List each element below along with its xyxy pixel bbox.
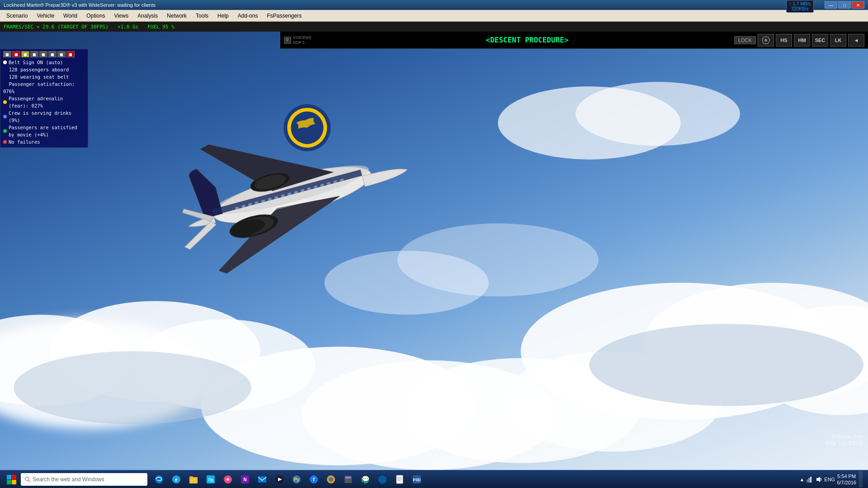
satisfaction-text: Passenger satisfaction: 076% — [3, 80, 85, 95]
info-icon-7[interactable]: ■ — [57, 51, 66, 57]
info-line-passengers: 128 passengers aboard — [3, 66, 85, 73]
fuel-display: FUEL 95 % — [147, 24, 175, 30]
info-icon-1[interactable]: ■ — [3, 51, 11, 57]
atc-sec-button[interactable]: SEC — [812, 34, 828, 47]
info-icon-3[interactable]: ■ — [21, 51, 29, 57]
dot-adrenalin — [3, 100, 7, 104]
voice-indicator: 🎙 — [284, 37, 291, 44]
titlebar-controls: — □ ✕ — [825, 1, 864, 9]
info-line-failures: No failures — [3, 138, 85, 145]
info-line-seatbelt: 128 wearing seat belt — [3, 73, 85, 80]
taskbar-calc-icon[interactable] — [340, 471, 356, 488]
menu-tools[interactable]: Tools — [191, 12, 213, 20]
taskbar-edge-icon[interactable] — [151, 471, 167, 488]
menu-analysis[interactable]: Analysis — [133, 12, 162, 20]
info-line-crew: Crew is serving drinks (9%) — [3, 109, 85, 124]
info-icon-4[interactable]: ■ — [30, 51, 38, 57]
svg-rect-79 — [396, 475, 403, 483]
beltsign-text: Belt Sign ON (auto) — [9, 59, 63, 66]
svg-text:P3D: P3D — [413, 478, 421, 482]
menu-network[interactable]: Network — [162, 12, 191, 20]
menu-vehicle[interactable]: Vehicle — [32, 12, 59, 20]
menu-addons[interactable]: Add-ons — [233, 12, 263, 20]
taskbar-chat-icon[interactable]: 💬 — [357, 471, 373, 488]
dot-failures — [3, 140, 7, 144]
menu-help[interactable]: Help — [213, 12, 233, 20]
download-speed: 320KB/s — [791, 6, 808, 11]
taskbar-explorer-icon[interactable] — [185, 471, 202, 488]
taskbar: Search the web and Windows e 🛍 N Py f 💬 — [0, 470, 868, 488]
taskbar-notepad-icon[interactable] — [392, 471, 408, 488]
info-panel: ■ ■ ■ ■ ■ ■ ■ ■ Belt Sign ON (auto) 128 … — [0, 49, 88, 148]
atc-prev-button[interactable]: ◄ — [848, 34, 864, 47]
gs-display: +1.0 Gs — [118, 24, 138, 30]
titlebar-title: Lockheed Martin® Prepar3D® v3 with WideS… — [4, 2, 156, 8]
passengers-text: 128 passengers aboard — [3, 66, 69, 73]
atc-lk-button[interactable]: LK — [830, 34, 846, 47]
aircraft-image — [99, 59, 452, 312]
taskbar-globe-icon[interactable]: f — [306, 471, 322, 488]
show-desktop-button[interactable] — [859, 471, 863, 488]
menu-fspassengers[interactable]: FsPassengers — [262, 12, 306, 20]
svg-rect-66 — [258, 476, 266, 483]
taskbar-python-icon[interactable]: Py — [288, 471, 305, 488]
svg-point-52 — [25, 477, 29, 481]
taskbar-onenote-icon[interactable]: N — [237, 471, 253, 488]
menubar: Scenario Vehicle World Options Views Ana… — [0, 10, 868, 22]
system-clock[interactable]: 5:54 PM 6/7/2016 — [837, 473, 856, 486]
atc-procedure-text: <DESCENT PROCEDURE> — [322, 36, 732, 44]
taskbar-firefox-icon[interactable] — [323, 471, 339, 488]
svg-text:Py: Py — [294, 477, 300, 482]
svg-point-15 — [14, 351, 251, 424]
svg-point-16 — [590, 324, 863, 406]
info-icon-6[interactable]: ■ — [48, 51, 57, 57]
taskbar-shield-icon[interactable] — [374, 471, 391, 488]
info-icon-2[interactable]: ■ — [12, 51, 20, 57]
svg-rect-86 — [808, 478, 810, 483]
taskbar-p3d-icon[interactable]: P3D — [409, 471, 425, 488]
taskbar-store-icon[interactable]: 🛍 — [203, 471, 219, 488]
close-button[interactable]: ✕ — [852, 1, 864, 9]
svg-rect-48 — [7, 475, 11, 479]
network-tray-icon — [806, 476, 813, 483]
seatbelt-text: 128 wearing seat belt — [3, 73, 69, 80]
svg-text:🛍: 🛍 — [208, 477, 213, 483]
info-line-satisfaction: Passenger satisfaction: 076% — [3, 80, 85, 95]
svg-text:f: f — [313, 477, 315, 482]
info-icon-8[interactable]: ■ — [66, 51, 75, 57]
info-icon-5[interactable]: ■ — [39, 51, 47, 57]
minimize-button[interactable]: — — [825, 1, 837, 9]
maximize-button[interactable]: □ — [838, 1, 851, 9]
svg-rect-76 — [345, 477, 351, 479]
atc-hs-button[interactable]: HS — [776, 34, 792, 47]
svg-text:e: e — [175, 477, 178, 482]
info-line-adrenalin: Passenger adrenalin (fear): 027% — [3, 95, 85, 109]
atc-hm-button[interactable]: HM — [794, 34, 810, 47]
start-button[interactable] — [2, 471, 21, 488]
movie-text: Passengers are satisfied by movie (+4%) — [9, 124, 85, 138]
taskbar-music-icon[interactable] — [220, 471, 236, 488]
taskbar-mail-icon[interactable] — [254, 471, 270, 488]
menu-views[interactable]: Views — [110, 12, 133, 20]
atc-mode-icon — [758, 34, 774, 47]
titlebar: Lockheed Martin® Prepar3D® v3 with WideS… — [0, 0, 868, 10]
tray-expand-icon[interactable]: ▲ — [799, 477, 804, 482]
menu-scenario[interactable]: Scenario — [2, 12, 32, 20]
menu-options[interactable]: Options — [82, 12, 109, 20]
taskbar-movies-icon[interactable] — [271, 471, 288, 488]
taskbar-ie-icon[interactable]: e — [168, 471, 184, 488]
svg-point-47 — [764, 39, 767, 42]
menu-world[interactable]: World — [59, 12, 82, 20]
taskbar-search-box[interactable]: Search the web and Windows — [21, 473, 147, 486]
clock-date: 6/7/2016 — [837, 479, 856, 486]
volume-tray-icon — [815, 476, 822, 483]
upload-speed: ↑ 1.7 MB/s — [789, 1, 811, 6]
svg-point-74 — [329, 477, 333, 482]
atc-lock-button[interactable]: LOCK — [734, 36, 756, 44]
svg-rect-57 — [189, 477, 198, 483]
svg-rect-51 — [12, 480, 16, 484]
network-speed-indicator: ↑ 1.7 MB/s 320KB/s — [786, 0, 814, 13]
svg-rect-58 — [189, 476, 193, 478]
taskbar-tray: ▲ ENG 5:54 PM 6/7/2016 — [799, 471, 866, 488]
dot-beltsign — [3, 61, 7, 64]
